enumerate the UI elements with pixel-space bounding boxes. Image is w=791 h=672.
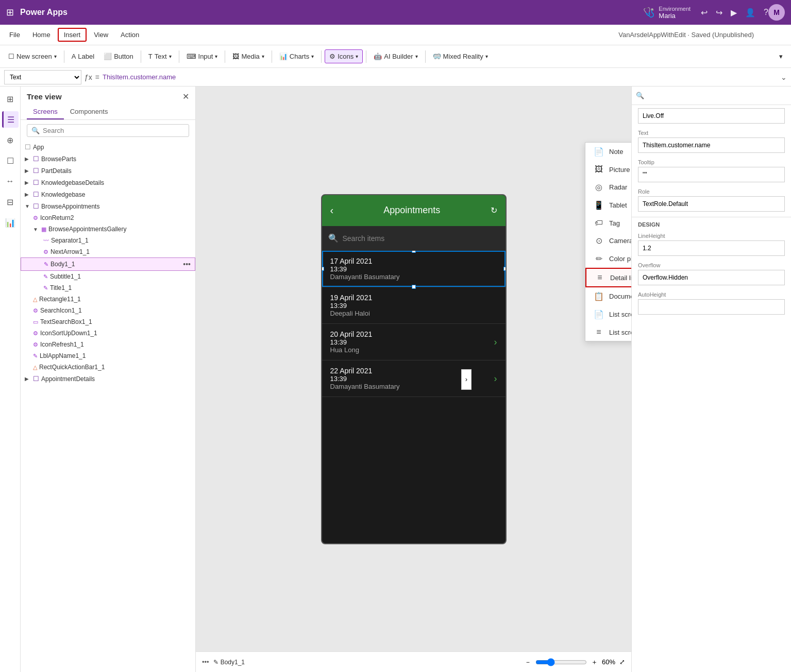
dropdown-item-color-picker[interactable]: ✏ Color picker bbox=[585, 250, 631, 268]
dropdown-item-list-scroll-watchlist[interactable]: ≡ List scroll watchlist bbox=[585, 323, 631, 341]
expand-knowledgebase[interactable]: ▶ bbox=[25, 192, 31, 197]
user-avatar[interactable]: M bbox=[768, 4, 785, 21]
dropdown-item-detail-list[interactable]: ≡ Detail list bbox=[585, 268, 631, 287]
search-input[interactable] bbox=[43, 127, 184, 134]
input-button[interactable]: ⌨ Input ▾ bbox=[182, 50, 222, 63]
handle-right[interactable] bbox=[503, 267, 506, 271]
dropdown-item-tablet[interactable]: 📱 Tablet bbox=[585, 196, 631, 214]
appointment-item-1[interactable]: 19 April 2021 13:39 Deepali Haloi bbox=[322, 287, 506, 324]
tab-components[interactable]: Components bbox=[64, 105, 114, 119]
tree-item-browseappointments[interactable]: ▼ ☐ BrowseAppointments bbox=[21, 200, 195, 212]
menu-action[interactable]: Action bbox=[115, 29, 144, 41]
zoom-slider[interactable] bbox=[535, 658, 587, 666]
stethoscope-icon[interactable]: 🩺 bbox=[643, 7, 654, 18]
handle-top[interactable] bbox=[412, 251, 416, 253]
label-button[interactable]: A Label bbox=[68, 50, 98, 63]
nav-variables-icon[interactable]: ↔ bbox=[2, 173, 19, 189]
menu-insert[interactable]: Insert bbox=[58, 28, 87, 42]
tree-item-iconsortupdown1[interactable]: ⚙ IconSortUpDown1_1 bbox=[21, 328, 195, 339]
appointment-item-2[interactable]: 20 April 2021 13:39 Hua Long › bbox=[322, 324, 506, 360]
tree-item-knowledgebasedetails[interactable]: ▶ ☐ KnowledgebaseDetails bbox=[21, 177, 195, 188]
fit-screen-icon[interactable]: ⤢ bbox=[619, 658, 625, 666]
tree-item-subtitle1[interactable]: ✎ Subtitle1_1 bbox=[21, 271, 195, 282]
prop-role-input[interactable] bbox=[638, 196, 785, 212]
handle-left[interactable] bbox=[322, 267, 324, 271]
tree-close-button[interactable]: ✕ bbox=[182, 92, 189, 101]
prop-tooltip-input[interactable] bbox=[638, 167, 785, 182]
undo-icon[interactable]: ↩ bbox=[701, 8, 708, 18]
dropdown-item-camera-aperture[interactable]: ⊙ Camera aperture focus bbox=[585, 232, 631, 250]
body1-more-button[interactable]: ••• bbox=[183, 260, 191, 268]
tree-item-browseparts[interactable]: ▶ ☐ BrowseParts bbox=[21, 153, 195, 165]
expand-partdetails[interactable]: ▶ bbox=[25, 168, 31, 174]
prop-text-input[interactable] bbox=[638, 137, 785, 153]
dropdown-item-document-with-content[interactable]: 📋 Document with content bbox=[585, 287, 631, 305]
tree-item-body1[interactable]: ✎ Body1_1 ••• bbox=[21, 257, 195, 271]
menu-home[interactable]: Home bbox=[27, 29, 56, 41]
nav-grid-icon[interactable]: ⊞ bbox=[2, 91, 19, 107]
bottom-dots[interactable]: ••• bbox=[202, 658, 209, 666]
icons-dropdown-menu[interactable]: 📄 Note 🖼 Picture frames ◎ Radar 📱 Tablet… bbox=[585, 142, 631, 341]
icons-button[interactable]: ⚙ Icons ▾ bbox=[325, 49, 363, 63]
tree-item-rectangle11[interactable]: △ Rectangle11_1 bbox=[21, 294, 195, 305]
tab-screens[interactable]: Screens bbox=[27, 105, 64, 119]
expand-knowledgebasedetails[interactable]: ▶ bbox=[25, 180, 31, 185]
tree-item-iconreturn2[interactable]: ⚙ IconReturn2 bbox=[21, 212, 195, 223]
nav-add-icon[interactable]: ⊕ bbox=[2, 132, 19, 148]
tree-item-nextarrow1[interactable]: ⚙ NextArrow1_1 bbox=[21, 246, 195, 257]
zoom-in-icon[interactable]: ＋ bbox=[591, 658, 598, 667]
tree-item-appointmentdetails[interactable]: ▶ ☐ AppointmentDetails bbox=[21, 373, 195, 385]
dropdown-item-note[interactable]: 📄 Note bbox=[585, 143, 631, 161]
toolbar-more-button[interactable]: ▾ bbox=[775, 50, 787, 63]
expand-browseparts[interactable]: ▶ bbox=[25, 156, 31, 162]
redo-icon[interactable]: ↪ bbox=[716, 8, 722, 18]
ai-builder-button[interactable]: 🤖 AI Builder ▾ bbox=[369, 50, 422, 63]
prop-live-input[interactable] bbox=[638, 108, 785, 124]
tree-item-title1[interactable]: ✎ Title1_1 bbox=[21, 282, 195, 294]
formula-input[interactable] bbox=[103, 70, 778, 84]
nav-tree-icon[interactable]: ☰ bbox=[2, 111, 19, 128]
prop-autoheight-input[interactable] bbox=[638, 299, 785, 315]
charts-button[interactable]: 📊 Charts ▾ bbox=[275, 50, 318, 63]
nav-analytics-icon[interactable]: 📊 bbox=[2, 214, 19, 231]
zoom-out-icon[interactable]: － bbox=[525, 658, 531, 667]
appointment-item-0[interactable]: 17 April 2021 13:39 Damayanti Basumatary bbox=[322, 251, 506, 287]
mixed-reality-button[interactable]: 🥽 Mixed Reality ▾ bbox=[429, 50, 492, 63]
new-screen-button[interactable]: ☐ New screen ▾ bbox=[4, 50, 61, 63]
play-icon[interactable]: ▶ bbox=[731, 8, 737, 18]
prop-overflow-input[interactable] bbox=[638, 270, 785, 285]
tree-item-separator1[interactable]: 〰 Separator1_1 bbox=[21, 235, 195, 246]
nav-data-icon[interactable]: ☐ bbox=[2, 152, 19, 169]
tree-item-rectquickactionbar1[interactable]: △ RectQuickActionBar1_1 bbox=[21, 361, 195, 373]
media-button[interactable]: 🖼 Media ▾ bbox=[228, 50, 268, 63]
expand-browseappointments[interactable]: ▼ bbox=[25, 203, 31, 209]
tree-item-partdetails[interactable]: ▶ ☐ PartDetails bbox=[21, 165, 195, 177]
formula-func-icon[interactable]: ƒx bbox=[85, 73, 92, 81]
phone-back-button[interactable]: ‹ bbox=[330, 204, 334, 216]
tree-item-app[interactable]: ☐ App bbox=[21, 141, 195, 153]
formula-property-dropdown[interactable]: Text bbox=[4, 70, 81, 84]
menu-view[interactable]: View bbox=[89, 29, 113, 41]
right-search-input[interactable] bbox=[647, 92, 787, 99]
menu-file[interactable]: File bbox=[4, 29, 25, 41]
tree-item-lblappname1[interactable]: ✎ LblAppName1_1 bbox=[21, 350, 195, 361]
formula-expand-icon[interactable]: ⌄ bbox=[781, 73, 787, 81]
expand-appointmentdetails[interactable]: ▶ bbox=[25, 376, 31, 382]
dropdown-item-radar[interactable]: ◎ Radar bbox=[585, 178, 631, 196]
button-button[interactable]: ⬜ Button bbox=[99, 50, 138, 63]
help-icon[interactable]: ? bbox=[764, 8, 768, 17]
tree-item-browseappointmentsgallery[interactable]: ▼ ▦ BrowseAppointmentsGallery bbox=[21, 223, 195, 235]
grid-icon[interactable]: ⊞ bbox=[6, 7, 14, 18]
text-button[interactable]: T Text ▾ bbox=[144, 50, 176, 63]
tree-item-iconrefresh1[interactable]: ⚙ IconRefresh1_1 bbox=[21, 339, 195, 350]
tree-item-textsearchbox1[interactable]: ▭ TextSearchBox1_1 bbox=[21, 316, 195, 328]
canvas-right-expand[interactable]: › bbox=[461, 369, 472, 390]
dropdown-item-picture-frames[interactable]: 🖼 Picture frames bbox=[585, 161, 631, 178]
dropdown-item-list-scroll-empty[interactable]: 📄 List scroll empty bbox=[585, 305, 631, 323]
tree-item-knowledgebase[interactable]: ▶ ☐ Knowledgebase bbox=[21, 188, 195, 200]
nav-media-icon[interactable]: ⊟ bbox=[2, 194, 19, 210]
prop-lineheight-input[interactable] bbox=[638, 240, 785, 256]
user-check-icon[interactable]: 👤 bbox=[745, 8, 755, 18]
dropdown-item-tag[interactable]: 🏷 Tag bbox=[585, 214, 631, 232]
tree-item-searchicon1[interactable]: ⚙ SearchIcon1_1 bbox=[21, 305, 195, 316]
